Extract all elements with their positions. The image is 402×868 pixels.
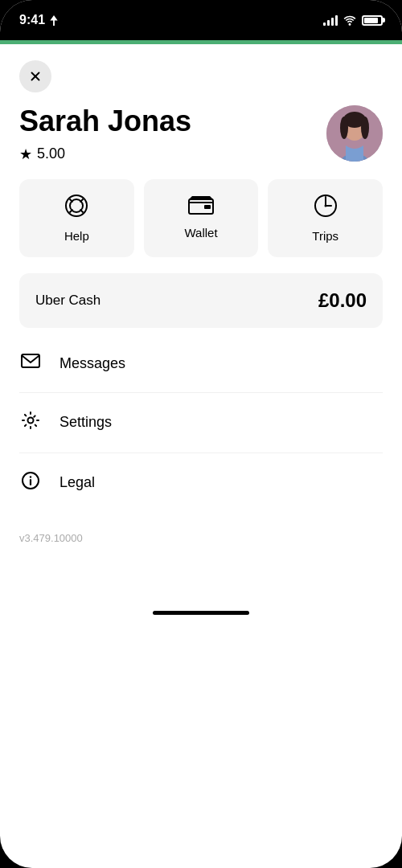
- messages-label: Messages: [59, 355, 125, 372]
- trips-label: Trips: [312, 229, 338, 243]
- menu-list: Messages Settings: [19, 336, 383, 513]
- legal-label: Legal: [59, 474, 95, 491]
- settings-label: Settings: [59, 414, 112, 431]
- svg-line-12: [80, 199, 84, 202]
- svg-line-13: [70, 209, 73, 212]
- close-button[interactable]: [19, 60, 51, 92]
- svg-point-7: [361, 117, 369, 139]
- signal-icon: [323, 14, 338, 26]
- home-indicator: [153, 611, 249, 615]
- svg-point-25: [30, 476, 31, 477]
- star-icon: ★: [19, 145, 32, 163]
- svg-marker-0: [50, 15, 57, 26]
- profile-rating: ★ 5.00: [19, 145, 314, 163]
- version-text: v3.479.10000: [19, 532, 383, 560]
- wallet-action-card[interactable]: Wallet: [144, 179, 259, 257]
- profile-name: Sarah Jonas: [19, 105, 314, 137]
- uber-cash-card[interactable]: Uber Cash £0.00: [19, 273, 383, 328]
- svg-point-8: [340, 117, 348, 139]
- wifi-icon: [343, 14, 357, 26]
- wallet-icon: [188, 194, 214, 218]
- messages-icon: [19, 354, 42, 375]
- svg-line-11: [70, 199, 73, 202]
- svg-rect-21: [22, 354, 39, 367]
- help-icon: [64, 194, 88, 221]
- profile-section: Sarah Jonas ★ 5.00: [19, 105, 383, 163]
- trips-icon: [314, 194, 338, 221]
- battery-icon: [362, 15, 383, 26]
- menu-item-settings[interactable]: Settings: [19, 393, 383, 452]
- svg-rect-16: [204, 205, 211, 209]
- settings-icon: [19, 411, 42, 435]
- uber-cash-label: Uber Cash: [35, 293, 100, 309]
- help-label: Help: [64, 229, 89, 243]
- status-icons: [323, 14, 383, 26]
- status-time: 9:41: [19, 13, 58, 27]
- svg-point-22: [28, 417, 34, 423]
- legal-icon: [19, 471, 42, 495]
- avatar[interactable]: [326, 105, 383, 162]
- menu-item-legal[interactable]: Legal: [19, 453, 383, 513]
- svg-line-14: [80, 209, 84, 212]
- svg-point-9: [66, 195, 87, 216]
- uber-cash-amount: £0.00: [318, 289, 367, 312]
- trips-action-card[interactable]: Trips: [268, 179, 383, 257]
- quick-actions: Help Wallet: [19, 179, 383, 257]
- help-action-card[interactable]: Help: [19, 179, 134, 257]
- status-bar: 9:41: [0, 0, 402, 40]
- menu-item-messages[interactable]: Messages: [19, 336, 383, 392]
- wallet-label: Wallet: [184, 226, 217, 240]
